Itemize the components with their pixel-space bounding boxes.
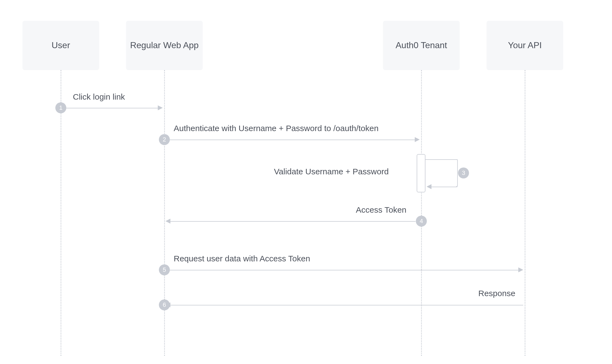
participant-api-label: Your API <box>508 40 542 51</box>
step-5-arrow <box>170 270 519 270</box>
participant-auth0: Auth0 Tenant <box>383 21 460 70</box>
step-3-arrowhead-icon <box>427 184 431 189</box>
lifeline-auth0 <box>421 70 422 356</box>
step-4-label: Access Token <box>356 205 407 215</box>
step-1-label: Click login link <box>73 92 125 102</box>
step-4-badge: 4 <box>416 216 427 227</box>
step-3-return-line <box>431 187 457 187</box>
lifeline-webapp <box>164 70 165 356</box>
step-5-badge: 5 <box>159 264 170 275</box>
step-1-arrow <box>66 108 159 108</box>
lifeline-api <box>525 70 525 356</box>
sequence-diagram: User Regular Web App Auth0 Tenant Your A… <box>0 0 612 364</box>
step-3-loop-box <box>456 159 458 187</box>
participant-user-label: User <box>52 40 70 51</box>
participant-webapp-label: Regular Web App <box>130 40 199 51</box>
step-5-arrowhead-icon <box>518 267 523 272</box>
participant-auth0-label: Auth0 Tenant <box>396 40 447 51</box>
step-2-arrow <box>170 140 416 140</box>
step-4-arrow <box>170 221 416 222</box>
activation-auth0 <box>417 154 425 192</box>
step-1-arrowhead-icon <box>158 105 163 110</box>
participant-webapp: Regular Web App <box>126 21 203 70</box>
step-6-label: Response <box>478 289 515 298</box>
participant-user: User <box>22 21 99 70</box>
step-2-arrowhead-icon <box>415 137 420 142</box>
step-6-arrow <box>170 305 523 305</box>
step-6-badge: 6 <box>159 299 170 310</box>
step-4-arrowhead-icon <box>165 219 170 224</box>
step-1-badge: 1 <box>55 102 66 113</box>
step-2-label: Authenticate with Username + Password to… <box>174 124 379 133</box>
step-3-out-line <box>425 159 457 160</box>
participant-api: Your API <box>487 21 563 70</box>
step-5-label: Request user data with Access Token <box>174 254 310 263</box>
step-3-label: Validate Username + Password <box>274 167 389 176</box>
step-3-badge: 3 <box>458 167 469 178</box>
step-2-badge: 2 <box>159 134 170 145</box>
